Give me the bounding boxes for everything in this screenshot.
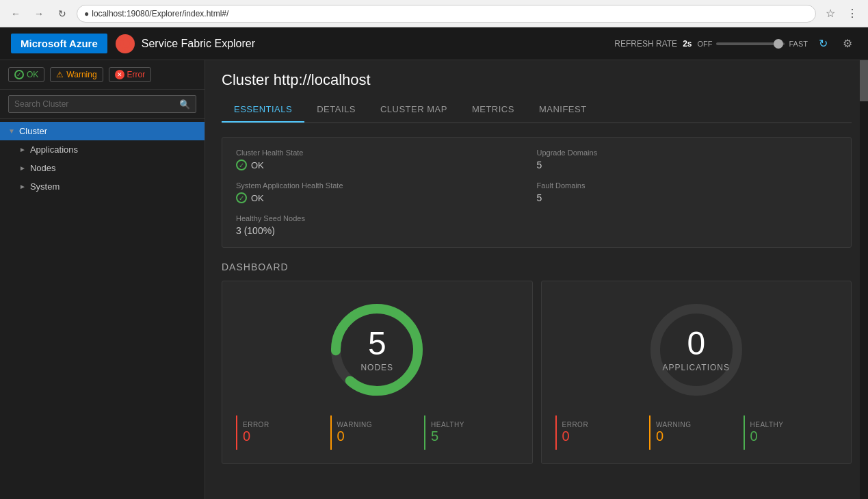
- nodes-error-label: ERROR: [243, 421, 328, 428]
- tab-cluster-map[interactable]: CLUSTER MAP: [368, 97, 460, 123]
- apps-healthy-value: 0: [750, 428, 835, 444]
- cluster-health-ok-icon: ✓: [236, 159, 247, 170]
- status-bar: ✓ OK ⚠ Warning ✕ Error: [0, 60, 205, 90]
- system-chevron-icon: ►: [19, 183, 26, 190]
- apps-error-value: 0: [562, 428, 647, 444]
- cluster-prefix: Cluster: [222, 71, 269, 88]
- healthy-seed-nodes-value: 3 (100%): [236, 225, 537, 236]
- apps-error-stat: ERROR 0: [555, 415, 650, 450]
- address-bar[interactable]: ● localhost:19080/Explorer/index.html#/: [77, 5, 816, 23]
- upgrade-domains-field: Upgrade Domains 5: [537, 149, 838, 170]
- error-label: Error: [127, 70, 146, 79]
- cluster-health-field: Cluster Health State ✓ OK: [236, 149, 537, 170]
- healthy-seed-nodes-field: Healthy Seed Nodes 3 (100%): [236, 214, 537, 236]
- nodes-count: 5: [360, 327, 393, 360]
- nodes-label: Nodes: [30, 163, 56, 173]
- system-health-ok-icon: ✓: [236, 192, 247, 203]
- cluster-health-text: OK: [251, 160, 264, 170]
- ok-icon: ✓: [14, 70, 24, 79]
- slider-fast-label: FAST: [789, 40, 808, 48]
- dashboard-title: DASHBOARD: [222, 261, 852, 272]
- scrollbar-track[interactable]: [860, 60, 868, 499]
- warning-icon: ⚠: [56, 70, 64, 79]
- apps-warning-stat: WARNING 0: [649, 415, 744, 450]
- fault-domains-label: Fault Domains: [537, 181, 838, 190]
- svg-point-1: [123, 42, 127, 45]
- nodes-label: NODES: [360, 363, 393, 372]
- app-title-container: Service Fabric Explorer: [116, 34, 255, 53]
- dashboard-cards: 5 NODES ERROR 0 WARNING 0: [222, 281, 852, 464]
- content-area: Cluster http://localhost ESSENTIALS DETA…: [205, 60, 868, 499]
- system-label: System: [30, 181, 60, 192]
- apps-warning-label: WARNING: [656, 421, 741, 428]
- apps-error-label: ERROR: [562, 421, 647, 428]
- apps-donut: 0 APPLICATIONS: [642, 295, 751, 405]
- tab-manifest[interactable]: MANIFEST: [527, 97, 599, 123]
- cluster-label: Cluster: [19, 126, 47, 136]
- app-header: Microsoft Azure Service Fabric Explorer …: [0, 27, 868, 60]
- refresh-rate-label: REFRESH RATE: [614, 39, 677, 49]
- bookmark-button[interactable]: ☆: [821, 5, 839, 23]
- nodes-stats: ERROR 0 WARNING 0 HEALTHY 5: [236, 415, 518, 450]
- apps-count: 0: [663, 327, 730, 360]
- applications-chevron-icon: ►: [19, 146, 26, 153]
- tab-essentials[interactable]: ESSENTIALS: [222, 97, 304, 123]
- system-app-health-label: System Application Health State: [236, 181, 537, 190]
- refresh-icon-button[interactable]: ↻: [813, 34, 832, 53]
- back-button[interactable]: ←: [7, 5, 25, 23]
- tab-metrics[interactable]: METRICS: [460, 97, 527, 123]
- healthy-seed-nodes-label: Healthy Seed Nodes: [236, 214, 537, 222]
- sidebar-item-cluster[interactable]: ▼ Cluster: [0, 122, 205, 140]
- browser-chrome: ← → ↻ ● localhost:19080/Explorer/index.h…: [0, 0, 868, 27]
- nodes-healthy-label: HEALTHY: [431, 421, 516, 428]
- settings-button[interactable]: ⚙: [838, 34, 857, 53]
- app-container: Microsoft Azure Service Fabric Explorer …: [0, 27, 868, 499]
- nodes-healthy-stat: HEALTHY 5: [424, 415, 518, 450]
- gear-icon: ⚙: [843, 37, 852, 50]
- search-input[interactable]: [9, 96, 174, 112]
- nodes-healthy-value: 5: [431, 428, 516, 444]
- nodes-card: 5 NODES ERROR 0 WARNING 0: [222, 281, 533, 464]
- error-status-badge[interactable]: ✕ Error: [109, 67, 152, 82]
- nodes-donut: 5 NODES: [322, 295, 432, 405]
- fault-domains-value: 5: [537, 192, 838, 203]
- warning-status-badge[interactable]: ⚠ Warning: [50, 67, 103, 82]
- sidebar: ✓ OK ⚠ Warning ✕ Error 🔍: [0, 60, 205, 499]
- app-title: Service Fabric Explorer: [142, 38, 255, 50]
- search-button[interactable]: 🔍: [174, 96, 196, 112]
- search-bar: 🔍: [0, 90, 205, 119]
- more-button[interactable]: ⋮: [843, 5, 861, 23]
- warning-label: Warning: [66, 70, 96, 79]
- dashboard-section: DASHBOARD: [205, 261, 868, 481]
- ok-status-badge[interactable]: ✓ OK: [8, 67, 44, 82]
- browser-actions: ☆ ⋮: [821, 5, 861, 23]
- slider-off-label: OFF: [697, 40, 712, 48]
- sidebar-item-system[interactable]: ► System: [0, 177, 205, 196]
- brand-name[interactable]: Microsoft Azure: [11, 34, 107, 53]
- apps-label: APPLICATIONS: [663, 363, 730, 372]
- applications-label: Applications: [30, 144, 78, 155]
- tab-details[interactable]: DETAILS: [304, 97, 368, 123]
- ok-label: OK: [27, 70, 38, 79]
- sidebar-item-applications[interactable]: ► Applications: [0, 140, 205, 159]
- apps-stats: ERROR 0 WARNING 0 HEALTHY 0: [555, 415, 838, 450]
- upgrade-domains-value: 5: [537, 159, 838, 170]
- apps-donut-center: 0 APPLICATIONS: [663, 327, 730, 372]
- nodes-warning-label: WARNING: [337, 421, 422, 428]
- cluster-health-value: ✓ OK: [236, 159, 537, 170]
- forward-button[interactable]: →: [30, 5, 48, 23]
- cluster-url: http://localhost: [274, 71, 371, 88]
- content-header: Cluster http://localhost ESSENTIALS DETA…: [205, 60, 868, 123]
- essentials-grid: Cluster Health State ✓ OK Upgrade Domain…: [222, 137, 852, 248]
- sidebar-item-nodes[interactable]: ► Nodes: [0, 159, 205, 177]
- refresh-button[interactable]: ↻: [53, 5, 71, 23]
- system-app-health-text: OK: [251, 193, 264, 203]
- header-controls: REFRESH RATE 2s OFF FAST ↻ ⚙: [614, 34, 857, 53]
- tree-nav: ▼ Cluster ► Applications ► Nodes ► Syste…: [0, 119, 205, 499]
- nodes-warning-value: 0: [337, 428, 422, 444]
- main-layout: ✓ OK ⚠ Warning ✕ Error 🔍: [0, 60, 868, 499]
- scrollbar-thumb[interactable]: [860, 60, 868, 101]
- page-title: Cluster http://localhost: [222, 71, 852, 89]
- fault-domains-field: Fault Domains 5: [537, 181, 838, 203]
- refresh-slider[interactable]: [716, 42, 785, 45]
